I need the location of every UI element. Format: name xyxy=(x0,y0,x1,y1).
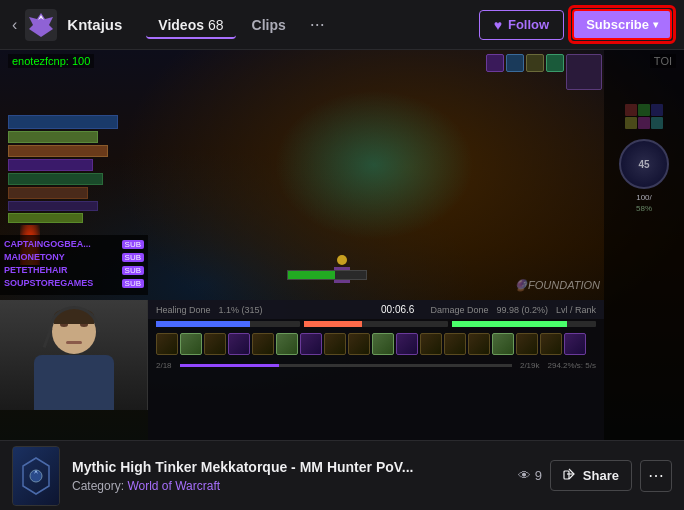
action-icon-14 xyxy=(468,333,490,355)
game-scene: 🔮FOUNDATION enotezfcnp: 100 TOI xyxy=(0,50,684,440)
views-number: 9 xyxy=(535,468,542,483)
teal-glow xyxy=(274,90,474,240)
tab-videos[interactable]: Videos68 xyxy=(146,11,235,39)
game-bottom-bar: Healing Done 1.1% (315) 00:06.6 Damage D… xyxy=(148,300,604,440)
video-info-bar: Mythic High Tinker Mekkatorque - MM Hunt… xyxy=(0,440,684,510)
chevron-down-icon: ▾ xyxy=(653,19,658,30)
action-icon-4 xyxy=(228,333,250,355)
views-count: 👁 9 xyxy=(518,468,542,483)
eye-icon: 👁 xyxy=(518,468,531,483)
minimap: 45 xyxy=(619,139,669,189)
video-title: Mythic High Tinker Mekkatorque - MM Hunt… xyxy=(72,459,506,475)
chat-badge-1: SUB xyxy=(122,240,144,249)
person-body xyxy=(34,355,114,410)
action-icon-9 xyxy=(348,333,370,355)
category-link[interactable]: World of Warcraft xyxy=(127,479,220,493)
action-icon-1 xyxy=(156,333,178,355)
timer-row: Healing Done 1.1% (315) 00:06.6 Damage D… xyxy=(148,300,604,319)
top-navigation: ‹ Kntajus Videos68 Clips ··· ♥ Follow Su… xyxy=(0,0,684,50)
follow-button[interactable]: ♥ Follow xyxy=(479,10,564,40)
webcam-person xyxy=(0,300,147,410)
chat-badge-4: SUB xyxy=(122,279,144,288)
right-ui-panel: 45 100/ 58% xyxy=(604,50,684,440)
nav-more-icon[interactable]: ··· xyxy=(302,14,333,35)
subscribe-button[interactable]: Subscribe ▾ xyxy=(572,9,672,40)
health-bar xyxy=(287,270,367,280)
chat-row-2: MAIONETONY SUB xyxy=(4,252,144,262)
player-name-label: enotezfcnp: 100 xyxy=(8,54,94,68)
action-icon-6 xyxy=(276,333,298,355)
action-icon-16 xyxy=(516,333,538,355)
action-icon-8 xyxy=(324,333,346,355)
damage-bars xyxy=(148,319,604,329)
bottom-stats-row: 2/18 2/19k 294.2%/s: 5/s xyxy=(148,359,604,372)
video-background: 🔮FOUNDATION enotezfcnp: 100 TOI xyxy=(0,50,684,440)
share-button[interactable]: Share xyxy=(550,460,632,491)
subscribe-wrapper: Subscribe ▾ xyxy=(572,9,672,40)
video-player[interactable]: 🔮FOUNDATION enotezfcnp: 100 TOI xyxy=(0,50,684,440)
video-category: Category: World of Warcraft xyxy=(72,479,506,493)
action-icon-5 xyxy=(252,333,274,355)
back-arrow[interactable]: ‹ xyxy=(12,16,17,34)
nav-tabs: Videos68 Clips ··· xyxy=(146,11,478,39)
action-icon-18 xyxy=(564,333,586,355)
chat-name-1: CAPTAINGOGBEA... xyxy=(4,239,91,249)
tab-clips[interactable]: Clips xyxy=(240,11,298,39)
action-icon-11 xyxy=(396,333,418,355)
video-metadata: Mythic High Tinker Mekkatorque - MM Hunt… xyxy=(72,459,506,493)
action-icon-2 xyxy=(180,333,202,355)
right-icons xyxy=(625,104,663,129)
action-icon-17 xyxy=(540,333,562,355)
heart-icon: ♥ xyxy=(494,17,502,33)
timer-display: 00:06.6 xyxy=(381,304,414,315)
action-icon-12 xyxy=(420,333,442,355)
headset-arc xyxy=(48,306,100,332)
action-bar xyxy=(148,329,604,359)
action-icon-15 xyxy=(492,333,514,355)
action-icon-13 xyxy=(444,333,466,355)
channel-name[interactable]: Kntajus xyxy=(67,16,122,33)
more-options-button[interactable]: ⋯ xyxy=(640,460,672,492)
action-icon-10 xyxy=(372,333,394,355)
foundation-watermark: 🔮FOUNDATION xyxy=(514,279,600,292)
action-icon-3 xyxy=(204,333,226,355)
chat-row-4: SOUPSTOREGAMES SUB xyxy=(4,278,144,288)
video-actions: 👁 9 Share ⋯ xyxy=(518,460,672,492)
svg-rect-2 xyxy=(564,471,569,479)
chat-badge-2: SUB xyxy=(122,253,144,262)
channel-logo[interactable] xyxy=(25,9,57,41)
nav-actions: ♥ Follow Subscribe ▾ xyxy=(479,9,672,40)
chat-name-2: MAIONETONY xyxy=(4,252,65,262)
chat-name-4: SOUPSTOREGAMES xyxy=(4,278,93,288)
chat-panel: CAPTAINGOGBEA... SUB MAIONETONY SUB PETE… xyxy=(0,235,148,295)
chat-row-1: CAPTAINGOGBEA... SUB xyxy=(4,239,144,249)
game-thumb-icon xyxy=(21,456,51,496)
top-right-icons xyxy=(486,54,602,90)
chat-badge-3: SUB xyxy=(122,266,144,275)
webcam-feed xyxy=(0,300,148,410)
game-thumbnail[interactable] xyxy=(12,446,60,506)
action-icon-7 xyxy=(300,333,322,355)
chat-name-3: PETETHEHAIR xyxy=(4,265,68,275)
share-icon xyxy=(563,467,577,484)
chat-row-3: PETETHEHAIR SUB xyxy=(4,265,144,275)
